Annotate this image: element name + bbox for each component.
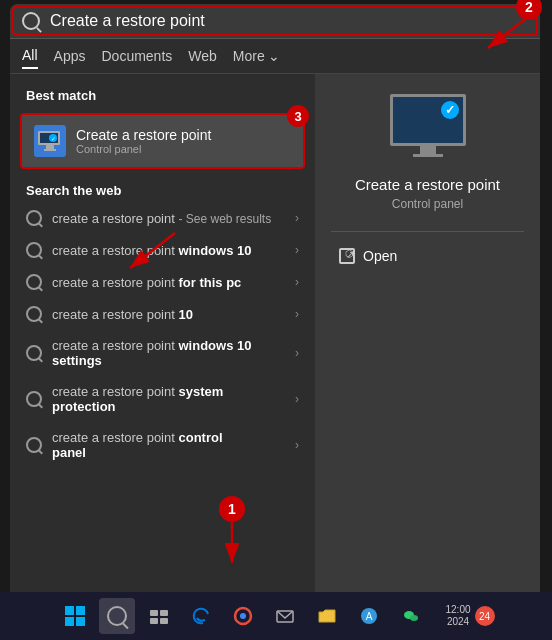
edge-icon xyxy=(191,606,211,626)
chrome-icon xyxy=(233,606,253,626)
web-item-text-6: create a restore point systemprotection xyxy=(52,384,285,414)
best-match-item[interactable]: ✓ Create a restore point Control panel 3 xyxy=(20,113,305,169)
taskbar-wechat-button[interactable] xyxy=(393,598,429,634)
svg-text:A: A xyxy=(366,611,373,622)
right-panel-divider xyxy=(331,231,524,232)
web-search-icon-3 xyxy=(26,274,42,290)
web-item-text-7: create a restore point controlpanel xyxy=(52,430,285,460)
taskbar-windows-button[interactable] xyxy=(57,598,93,634)
open-icon: ⬡ xyxy=(339,248,355,264)
clock: 12:00 2024 xyxy=(445,604,470,628)
taskbar-chrome-button[interactable] xyxy=(225,598,261,634)
web-search-icon-4 xyxy=(26,306,42,322)
tab-apps[interactable]: Apps xyxy=(54,44,86,68)
web-item-text-4: create a restore point 10 xyxy=(52,307,285,322)
arrow-1: 1 xyxy=(202,518,262,582)
tab-all[interactable]: All xyxy=(22,43,38,69)
right-panel-title: Create a restore point xyxy=(355,176,500,193)
arrow-3 xyxy=(120,228,180,282)
svg-rect-3 xyxy=(160,618,168,624)
badge-1: 1 xyxy=(219,496,245,522)
main-content: Best match ✓ Create a restore point Cont… xyxy=(10,74,540,592)
right-panel: ✓ Create a restore point Control panel ⬡… xyxy=(315,74,540,592)
wechat-icon xyxy=(401,606,421,626)
web-item-arrow-2: › xyxy=(295,243,299,257)
web-search-icon-1 xyxy=(26,210,42,226)
search-input[interactable] xyxy=(50,12,528,30)
web-search-icon-7 xyxy=(26,437,42,453)
taskbar-explorer-button[interactable] xyxy=(309,598,345,634)
svg-rect-1 xyxy=(160,610,168,616)
svg-rect-0 xyxy=(150,610,158,616)
system-tray: 12:00 2024 24 xyxy=(445,604,494,628)
web-item-arrow-7: › xyxy=(295,438,299,452)
svg-line-16 xyxy=(130,233,175,268)
search-bar[interactable] xyxy=(10,4,540,39)
left-panel: Best match ✓ Create a restore point Cont… xyxy=(10,74,315,592)
taskbar-search-button[interactable] xyxy=(99,598,135,634)
notification-badge[interactable]: 24 xyxy=(475,606,495,626)
web-item-text-1: create a restore point - See web results xyxy=(52,211,285,226)
open-label: Open xyxy=(363,248,397,264)
open-button[interactable]: ⬡ Open xyxy=(331,244,405,268)
taskbar-mail-button[interactable] xyxy=(267,598,303,634)
tab-more[interactable]: More ⌄ xyxy=(233,44,280,68)
mail-icon xyxy=(275,606,295,626)
search-bar-icon xyxy=(22,12,40,30)
best-match-sub: Control panel xyxy=(76,143,291,155)
web-item-arrow-3: › xyxy=(295,275,299,289)
search-panel: All Apps Documents Web More ⌄ Best match… xyxy=(10,4,540,592)
windows-logo xyxy=(65,606,85,626)
monitor-check: ✓ xyxy=(49,134,57,142)
r-check-circle: ✓ xyxy=(441,101,459,119)
svg-rect-2 xyxy=(150,618,158,624)
web-item-7[interactable]: create a restore point controlpanel › xyxy=(10,422,315,468)
web-item-text-5: create a restore point windows 10setting… xyxy=(52,338,285,368)
monitor-icon: ✓ xyxy=(38,131,62,151)
taskbar-taskview-button[interactable] xyxy=(141,598,177,634)
filter-tabs: All Apps Documents Web More ⌄ xyxy=(10,39,540,74)
svg-point-5 xyxy=(240,613,246,619)
web-item-4[interactable]: create a restore point 10 › xyxy=(10,298,315,330)
web-item-5[interactable]: create a restore point windows 10setting… xyxy=(10,330,315,376)
tab-web[interactable]: Web xyxy=(188,44,217,68)
web-item-arrow-5: › xyxy=(295,346,299,360)
app1-icon: A xyxy=(359,606,379,626)
taskbar-app1-button[interactable]: A xyxy=(351,598,387,634)
web-search-icon-5 xyxy=(26,345,42,361)
web-item-arrow-1: › xyxy=(295,211,299,225)
search-web-title: Search the web xyxy=(10,173,315,202)
right-panel-sub: Control panel xyxy=(392,197,463,211)
best-match-icon: ✓ xyxy=(34,125,66,157)
web-search-icon-6 xyxy=(26,391,42,407)
right-monitor-icon: ✓ xyxy=(388,94,468,164)
taskbar-edge-button[interactable] xyxy=(183,598,219,634)
tab-documents[interactable]: Documents xyxy=(101,44,172,68)
best-match-name: Create a restore point xyxy=(76,127,291,143)
arrow-2: 2 xyxy=(468,8,538,72)
taskview-icon xyxy=(149,606,169,626)
badge-2: 2 xyxy=(516,0,542,20)
badge-3: 3 xyxy=(287,105,309,127)
best-match-text: Create a restore point Control panel xyxy=(76,127,291,155)
web-search-icon-2 xyxy=(26,242,42,258)
web-item-arrow-6: › xyxy=(295,392,299,406)
explorer-icon xyxy=(317,606,337,626)
best-match-title: Best match xyxy=(10,82,315,109)
web-item-arrow-4: › xyxy=(295,307,299,321)
web-item-6[interactable]: create a restore point systemprotection … xyxy=(10,376,315,422)
taskbar: A 12:00 2024 24 xyxy=(0,592,552,640)
taskbar-search-icon xyxy=(107,606,127,626)
svg-point-10 xyxy=(410,615,418,621)
